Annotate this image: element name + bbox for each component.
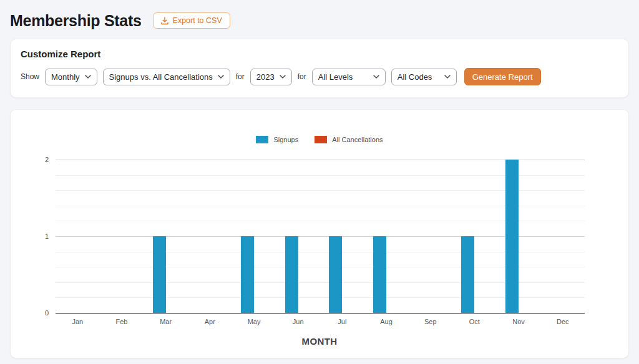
- level-select-value: All Levels: [318, 72, 353, 82]
- level-select[interactable]: All Levels: [312, 69, 386, 85]
- x-axis-tick-label: Jul: [320, 318, 364, 325]
- period-select[interactable]: Monthly: [45, 69, 97, 85]
- x-axis-tick-label: May: [232, 318, 276, 325]
- signups-bar-may: [241, 236, 254, 313]
- chart-plot-area: 012: [56, 160, 585, 314]
- x-axis-tick-label: Mar: [144, 318, 188, 325]
- x-axis-labels: JanFebMarAprMayJunJulAugSepOctNovDec: [56, 314, 585, 325]
- legend-label: All Cancellations: [332, 136, 383, 143]
- chevron-down-icon: [218, 75, 224, 79]
- bar-group-sep: [408, 160, 452, 313]
- code-select[interactable]: All Codes: [391, 69, 457, 85]
- membership-stats-page: Membership Stats Export to CSV Customize…: [0, 0, 639, 358]
- x-axis-tick-label: Aug: [364, 318, 409, 325]
- show-label: Show: [21, 72, 39, 81]
- signups-bar-nov: [505, 160, 519, 313]
- x-axis-tick-label: Oct: [452, 318, 497, 325]
- legend-label: Signups: [273, 136, 298, 143]
- legend-swatch-icon: [315, 136, 327, 143]
- chevron-down-icon: [444, 75, 451, 79]
- year-select-value: 2023: [256, 72, 275, 82]
- chart-legend: SignupsAll Cancellations: [11, 135, 628, 143]
- signups-bar-oct: [461, 236, 474, 313]
- period-select-value: Monthly: [51, 72, 80, 82]
- bar-group-may: [232, 160, 276, 313]
- report-type-select-value: Signups vs. All Cancellations: [109, 72, 213, 82]
- customize-report-card: Customize Report Show Monthly Signups vs…: [10, 39, 629, 98]
- chevron-down-icon: [85, 75, 91, 79]
- export-button-label: Export to CSV: [173, 16, 222, 25]
- page-title: Membership Stats: [10, 12, 142, 30]
- x-axis-tick-label: Jun: [276, 318, 320, 325]
- generate-report-button[interactable]: Generate Report: [464, 68, 541, 85]
- bar-group-jul: [320, 160, 364, 313]
- x-axis-tick-label: Feb: [100, 318, 144, 325]
- legend-swatch-icon: [256, 136, 268, 143]
- legend-item: Signups: [256, 136, 298, 143]
- bar-group-jun: [276, 160, 320, 313]
- signups-bar-jul: [329, 236, 342, 313]
- y-axis-tick-label: 0: [36, 309, 49, 317]
- x-axis-title: MONTH: [11, 336, 628, 347]
- code-select-value: All Codes: [398, 72, 432, 82]
- signups-bar-mar: [153, 236, 166, 313]
- signups-bar-aug: [373, 236, 386, 313]
- for-label: for: [236, 72, 245, 81]
- bar-group-mar: [144, 160, 188, 313]
- y-axis-tick-label: 1: [36, 232, 49, 240]
- chart-plot: 012: [56, 160, 585, 314]
- bar-groups: [56, 160, 585, 313]
- bar-group-oct: [452, 160, 497, 313]
- bar-group-aug: [364, 160, 409, 313]
- chevron-down-icon: [373, 75, 379, 79]
- download-icon: [161, 17, 168, 25]
- bar-group-dec: [540, 160, 585, 313]
- customize-report-title: Customize Report: [21, 49, 618, 59]
- year-select[interactable]: 2023: [250, 69, 292, 85]
- x-axis-tick-label: Apr: [188, 318, 232, 325]
- x-axis-tick-label: Jan: [56, 318, 100, 325]
- report-type-select[interactable]: Signups vs. All Cancellations: [103, 69, 230, 85]
- legend-item: All Cancellations: [315, 136, 383, 143]
- x-axis-tick-label: Nov: [497, 318, 541, 325]
- chevron-down-icon: [280, 75, 286, 79]
- x-axis-tick-label: Sep: [408, 318, 452, 325]
- y-axis-tick-label: 2: [36, 156, 49, 163]
- x-axis-tick-label: Dec: [540, 318, 585, 325]
- for-label: for: [298, 72, 306, 81]
- page-header: Membership Stats Export to CSV: [10, 0, 629, 30]
- export-to-csv-button[interactable]: Export to CSV: [153, 12, 230, 29]
- bar-group-apr: [188, 160, 232, 313]
- chart-card: SignupsAll Cancellations 012 JanFebMarAp…: [10, 109, 629, 358]
- bar-group-feb: [100, 160, 144, 313]
- report-controls: Show Monthly Signups vs. All Cancellatio…: [21, 68, 618, 85]
- bar-group-jan: [56, 160, 100, 313]
- signups-bar-jun: [285, 236, 298, 313]
- bar-group-nov: [497, 160, 541, 313]
